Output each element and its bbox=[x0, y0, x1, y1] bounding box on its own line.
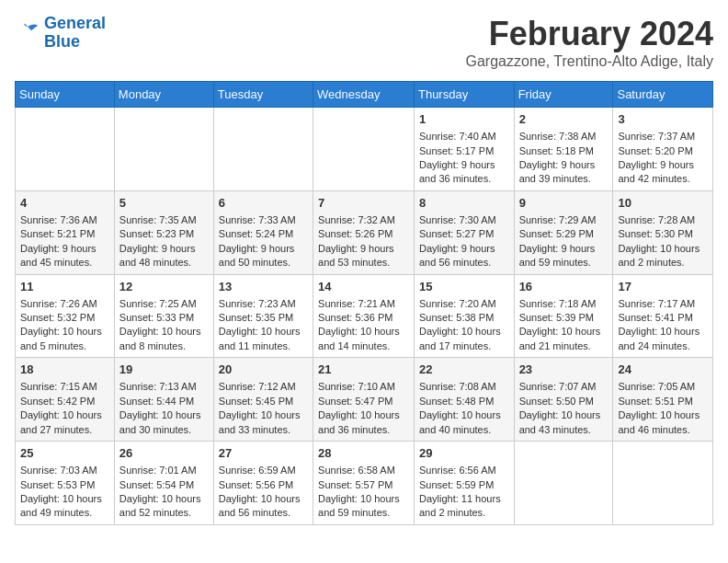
day-number: 11 bbox=[20, 279, 109, 295]
day-info: Sunset: 5:32 PM bbox=[20, 311, 109, 325]
cell-w5-d4: 28Sunrise: 6:58 AMSunset: 5:57 PMDayligh… bbox=[313, 442, 415, 525]
day-number: 10 bbox=[618, 195, 708, 212]
day-info: Daylight: 10 hours bbox=[119, 325, 209, 339]
col-wednesday: Wednesday bbox=[313, 82, 415, 108]
cell-w4-d5: 22Sunrise: 7:08 AMSunset: 5:48 PMDayligh… bbox=[414, 358, 514, 442]
calendar-header-row: Sunday Monday Tuesday Wednesday Thursday… bbox=[16, 82, 713, 108]
day-info: and 45 minutes. bbox=[20, 256, 109, 270]
day-info: Daylight: 10 hours bbox=[618, 242, 708, 256]
day-number: 18 bbox=[20, 362, 109, 378]
day-info: Sunrise: 7:03 AM bbox=[20, 464, 109, 477]
day-number: 13 bbox=[219, 279, 308, 295]
day-info: Sunset: 5:50 PM bbox=[519, 395, 609, 408]
col-monday: Monday bbox=[114, 82, 213, 108]
day-number: 19 bbox=[119, 362, 209, 378]
day-info: Sunset: 5:56 PM bbox=[219, 478, 308, 492]
calendar-table: Sunday Monday Tuesday Wednesday Thursday… bbox=[15, 81, 713, 525]
day-info: Sunset: 5:29 PM bbox=[519, 227, 609, 241]
day-info: Sunset: 5:18 PM bbox=[519, 144, 609, 158]
cell-w5-d5: 29Sunrise: 6:56 AMSunset: 5:59 PMDayligh… bbox=[414, 442, 514, 525]
day-info: Sunrise: 7:30 AM bbox=[419, 213, 509, 227]
cell-w4-d6: 23Sunrise: 7:07 AMSunset: 5:50 PMDayligh… bbox=[514, 358, 613, 442]
day-info: Daylight: 10 hours bbox=[219, 325, 308, 339]
day-info: Sunrise: 7:38 AM bbox=[519, 130, 609, 144]
day-info: Sunset: 5:44 PM bbox=[119, 395, 209, 408]
day-info: Daylight: 9 hours bbox=[318, 242, 409, 256]
day-info: and 5 minutes. bbox=[20, 339, 109, 353]
cell-w3-d2: 12Sunrise: 7:25 AMSunset: 5:33 PMDayligh… bbox=[114, 274, 213, 358]
day-info: and 2 minutes. bbox=[419, 506, 509, 520]
day-info: Sunrise: 6:59 AM bbox=[219, 464, 308, 477]
day-info: and 43 minutes. bbox=[519, 423, 609, 437]
day-info: Daylight: 10 hours bbox=[419, 325, 509, 339]
day-info: and 17 minutes. bbox=[419, 339, 509, 353]
day-info: Sunrise: 7:12 AM bbox=[219, 380, 308, 394]
day-info: Daylight: 9 hours bbox=[519, 158, 609, 172]
day-info: Daylight: 10 hours bbox=[519, 408, 609, 422]
day-info: Sunset: 5:57 PM bbox=[318, 478, 409, 492]
cell-w2-d1: 4Sunrise: 7:36 AMSunset: 5:21 PMDaylight… bbox=[16, 190, 115, 274]
day-info: Sunrise: 7:28 AM bbox=[618, 213, 708, 227]
day-info: Sunset: 5:39 PM bbox=[519, 311, 609, 325]
day-info: Daylight: 9 hours bbox=[419, 242, 509, 256]
day-info: Sunset: 5:48 PM bbox=[419, 395, 509, 408]
logo-line1: General bbox=[44, 14, 106, 32]
day-number: 7 bbox=[318, 195, 409, 212]
day-info: Sunset: 5:26 PM bbox=[318, 227, 409, 241]
week-row-2: 4Sunrise: 7:36 AMSunset: 5:21 PMDaylight… bbox=[16, 190, 713, 274]
day-number: 16 bbox=[519, 279, 609, 295]
cell-w1-d4 bbox=[313, 108, 415, 191]
day-info: Daylight: 10 hours bbox=[219, 492, 308, 506]
day-number: 23 bbox=[519, 362, 609, 378]
day-info: and 24 minutes. bbox=[618, 339, 708, 353]
day-info: and 56 minutes. bbox=[419, 256, 509, 270]
location-subtitle: Gargazzone, Trentino-Alto Adige, Italy bbox=[466, 53, 713, 70]
day-number: 12 bbox=[119, 279, 209, 295]
day-info: Sunset: 5:33 PM bbox=[119, 311, 209, 325]
day-info: Sunset: 5:59 PM bbox=[419, 478, 509, 492]
day-info: Sunrise: 7:18 AM bbox=[519, 297, 609, 311]
day-info: Sunset: 5:51 PM bbox=[618, 395, 708, 408]
day-info: Sunset: 5:54 PM bbox=[119, 478, 209, 492]
cell-w2-d7: 10Sunrise: 7:28 AMSunset: 5:30 PMDayligh… bbox=[613, 190, 713, 274]
day-info: Sunset: 5:41 PM bbox=[618, 311, 708, 325]
day-info: Sunrise: 6:58 AM bbox=[318, 464, 409, 477]
day-number: 8 bbox=[419, 195, 509, 212]
cell-w4-d1: 18Sunrise: 7:15 AMSunset: 5:42 PMDayligh… bbox=[16, 358, 115, 442]
day-info: and 50 minutes. bbox=[219, 256, 308, 270]
logo: General Blue bbox=[15, 15, 106, 52]
day-info: and 39 minutes. bbox=[519, 172, 609, 186]
cell-w5-d2: 26Sunrise: 7:01 AMSunset: 5:54 PMDayligh… bbox=[114, 442, 213, 525]
day-info: Sunset: 5:47 PM bbox=[318, 395, 409, 408]
day-info: Sunset: 5:23 PM bbox=[119, 227, 209, 241]
day-info: Daylight: 10 hours bbox=[318, 408, 409, 422]
day-number: 2 bbox=[519, 111, 609, 128]
cell-w2-d6: 9Sunrise: 7:29 AMSunset: 5:29 PMDaylight… bbox=[514, 190, 613, 274]
day-info: Sunset: 5:20 PM bbox=[618, 144, 708, 158]
cell-w1-d2 bbox=[114, 108, 213, 191]
day-info: and 59 minutes. bbox=[519, 256, 609, 270]
day-info: Sunrise: 7:29 AM bbox=[519, 213, 609, 227]
col-tuesday: Tuesday bbox=[213, 82, 313, 108]
week-row-4: 18Sunrise: 7:15 AMSunset: 5:42 PMDayligh… bbox=[16, 358, 713, 442]
day-info: and 27 minutes. bbox=[20, 423, 109, 437]
day-info: and 53 minutes. bbox=[318, 256, 409, 270]
cell-w5-d1: 25Sunrise: 7:03 AMSunset: 5:53 PMDayligh… bbox=[16, 442, 115, 525]
day-info: Sunrise: 7:23 AM bbox=[219, 297, 308, 311]
day-info: and 21 minutes. bbox=[519, 339, 609, 353]
day-info: Daylight: 10 hours bbox=[119, 492, 209, 506]
cell-w3-d4: 14Sunrise: 7:21 AMSunset: 5:36 PMDayligh… bbox=[313, 274, 415, 358]
day-info: Sunset: 5:38 PM bbox=[419, 311, 509, 325]
day-number: 27 bbox=[219, 445, 308, 462]
cell-w1-d5: 1Sunrise: 7:40 AMSunset: 5:17 PMDaylight… bbox=[414, 108, 514, 191]
day-info: and 59 minutes. bbox=[318, 506, 409, 520]
page-header: General Blue February 2024 Gargazzone, T… bbox=[15, 15, 713, 70]
day-info: and 56 minutes. bbox=[219, 506, 308, 520]
day-info: Daylight: 10 hours bbox=[318, 492, 409, 506]
day-info: and 33 minutes. bbox=[219, 423, 308, 437]
cell-w2-d4: 7Sunrise: 7:32 AMSunset: 5:26 PMDaylight… bbox=[313, 190, 415, 274]
day-info: Sunrise: 7:37 AM bbox=[618, 130, 708, 144]
day-info: Sunset: 5:42 PM bbox=[20, 395, 109, 408]
day-info: Sunrise: 7:33 AM bbox=[219, 213, 308, 227]
day-info: Sunrise: 7:20 AM bbox=[419, 297, 509, 311]
